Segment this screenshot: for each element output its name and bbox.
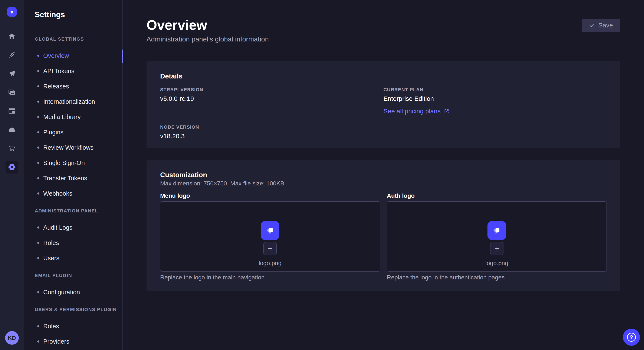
- settings-subnav: Settings GLOBAL SETTINGS Overview API To…: [24, 0, 123, 350]
- bullet-icon: [37, 147, 40, 149]
- divider: [35, 25, 45, 25]
- section-label-users-permissions-plugin: USERS & PERMISSIONS PLUGIN: [35, 307, 122, 312]
- bullet-icon: [37, 226, 40, 229]
- auth-logo-dropzone[interactable]: logo.png: [387, 201, 607, 272]
- bullet-icon: [37, 192, 40, 194]
- question-mark-icon: ?: [627, 333, 636, 342]
- auth-logo-label: Auth logo: [387, 192, 607, 199]
- pricing-plans-link[interactable]: See all pricing plans: [384, 108, 450, 115]
- bullet-icon: [37, 70, 40, 72]
- details-grid: STRAPI VERSION v5.0.0-rc.19 CURRENT PLAN…: [160, 87, 607, 139]
- user-avatar[interactable]: KD: [5, 331, 19, 345]
- current-plan-field: CURRENT PLAN Enterprise Edition: [384, 87, 607, 102]
- bullet-icon: [37, 341, 40, 343]
- sidebar-item-up-roles[interactable]: Roles: [24, 319, 122, 334]
- section-users-permissions-plugin: Roles Providers: [24, 319, 122, 349]
- sidebar-item-review-workflows[interactable]: Review Workflows: [24, 140, 122, 155]
- page-title: Overview: [146, 18, 269, 32]
- strapi-version-field: STRAPI VERSION v5.0.0-rc.19: [160, 87, 384, 102]
- plus-icon: [494, 245, 500, 252]
- nav-marketplace[interactable]: [0, 139, 24, 158]
- details-card: Details STRAPI VERSION v5.0.0-rc.19 CURR…: [146, 61, 620, 148]
- bullet-icon: [37, 162, 40, 164]
- section-global-settings: Overview API Tokens Releases Internation…: [24, 48, 122, 201]
- sidebar-item-admin-roles[interactable]: Roles: [24, 235, 122, 250]
- check-icon: [589, 22, 594, 28]
- nav-media-library[interactable]: [0, 83, 24, 102]
- rail-nav: [0, 27, 24, 176]
- bullet-icon: [37, 291, 40, 293]
- bullet-icon: [37, 177, 40, 179]
- node-version-field: NODE VERSION v18.20.3: [160, 125, 384, 139]
- sidebar-item-webhooks[interactable]: Webhooks: [24, 186, 122, 201]
- details-card-title: Details: [160, 72, 607, 80]
- media-icon: [8, 88, 16, 97]
- sidebar-item-transfer-tokens[interactable]: Transfer Tokens: [24, 171, 122, 186]
- sidebar-item-single-sign-on[interactable]: Single Sign-On: [24, 155, 122, 171]
- nav-content-type-builder[interactable]: [0, 102, 24, 120]
- sidebar-item-plugins[interactable]: Plugins: [24, 125, 122, 140]
- bullet-icon: [37, 325, 40, 327]
- page-header: Overview Administration panel’s global i…: [146, 0, 620, 43]
- main-content: Overview Administration panel’s global i…: [123, 0, 644, 350]
- section-email-plugin: Configuration: [24, 285, 122, 300]
- sidebar-item-email-configuration[interactable]: Configuration: [24, 285, 122, 300]
- save-button[interactable]: Save: [582, 19, 620, 32]
- section-label-global-settings: GLOBAL SETTINGS: [35, 37, 122, 42]
- menu-logo-label: Menu logo: [160, 192, 380, 199]
- customization-card: Customization Max dimension: 750×750, Ma…: [146, 160, 620, 291]
- help-button[interactable]: ?: [623, 329, 640, 346]
- subnav-title: Settings: [35, 11, 122, 19]
- customization-constraints: Max dimension: 750×750, Max file size: 1…: [160, 180, 607, 187]
- strapi-logo-icon: [491, 225, 502, 236]
- auth-logo-block: Auth logo logo.png: [387, 192, 607, 281]
- nav-deploy[interactable]: [0, 64, 24, 83]
- strapi-logo-icon: [9, 9, 15, 15]
- home-icon: [8, 32, 16, 40]
- external-link-icon: [444, 108, 450, 114]
- sidebar-item-media-library[interactable]: Media Library: [24, 109, 122, 125]
- bullet-icon: [37, 101, 40, 103]
- page-subtitle: Administration panel’s global informatio…: [146, 35, 269, 43]
- section-label-administration-panel: ADMINISTRATION PANEL: [35, 208, 122, 213]
- active-nav-tile: [6, 161, 18, 174]
- layout-icon: [8, 107, 16, 115]
- cart-icon: [8, 144, 16, 153]
- nav-cloud[interactable]: [0, 120, 24, 139]
- menu-logo-caption: Replace the logo in the main navigation: [160, 274, 380, 281]
- plus-icon: [267, 245, 273, 252]
- bullet-icon: [37, 131, 40, 133]
- feather-icon: [8, 51, 16, 59]
- auth-logo-caption: Replace the logo in the authentication p…: [387, 274, 607, 281]
- menu-logo-preview: [261, 221, 280, 240]
- section-label-email-plugin: EMAIL PLUGIN: [35, 273, 122, 278]
- strapi-logo-icon: [264, 225, 276, 236]
- sidebar-item-admin-users[interactable]: Users: [24, 250, 122, 266]
- sidebar-item-up-providers[interactable]: Providers: [24, 334, 122, 349]
- sidebar-item-releases[interactable]: Releases: [24, 79, 122, 94]
- sidebar-item-internationalization[interactable]: Internationalization: [24, 94, 122, 109]
- bullet-icon: [37, 85, 40, 87]
- nav-home[interactable]: [0, 27, 24, 45]
- settings-gear-icon: [8, 163, 16, 172]
- main-nav-rail: KD: [0, 0, 24, 350]
- sidebar-item-audit-logs[interactable]: Audit Logs: [24, 220, 122, 235]
- bullet-icon: [37, 55, 40, 57]
- bullet-icon: [37, 116, 40, 118]
- add-menu-logo-button[interactable]: [264, 242, 277, 255]
- workspace-logo[interactable]: [7, 7, 16, 16]
- add-auth-logo-button[interactable]: [490, 242, 504, 255]
- menu-logo-block: Menu logo logo.png: [160, 192, 380, 281]
- nav-content-manager[interactable]: [0, 45, 24, 64]
- sidebar-item-api-tokens[interactable]: API Tokens: [24, 63, 122, 79]
- menu-logo-dropzone[interactable]: logo.png: [160, 201, 380, 272]
- nav-settings[interactable]: [0, 158, 24, 176]
- sidebar-item-overview[interactable]: Overview: [24, 48, 122, 63]
- customization-card-title: Customization: [160, 171, 607, 179]
- auth-logo-preview: [488, 221, 506, 240]
- logo-uploads: Menu logo logo.png: [160, 192, 607, 281]
- send-icon: [8, 69, 16, 78]
- menu-logo-filename: logo.png: [259, 260, 282, 267]
- bullet-icon: [37, 257, 40, 259]
- auth-logo-filename: logo.png: [485, 260, 508, 267]
